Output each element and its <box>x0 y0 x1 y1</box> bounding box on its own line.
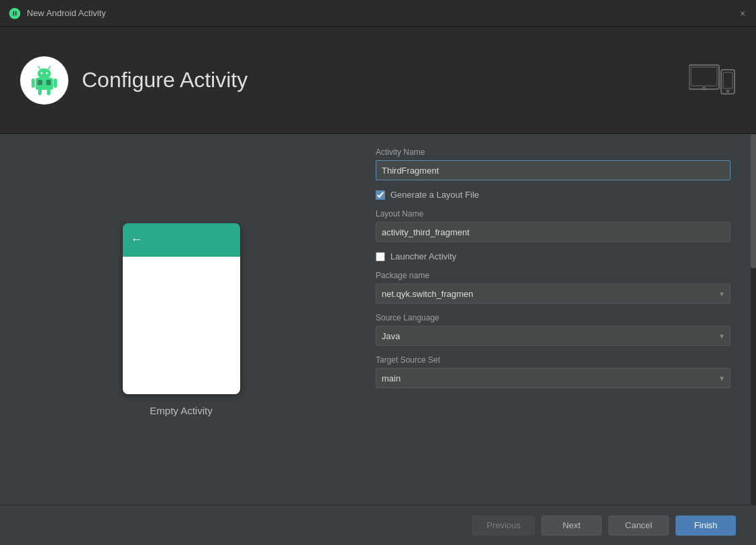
layout-name-group: Layout Name <box>376 209 731 242</box>
phone-preview-body <box>123 257 240 394</box>
cancel-button[interactable]: Cancel <box>608 516 669 536</box>
target-source-set-wrapper: main ▼ <box>376 368 731 388</box>
title-bar-left: New Android Activity <box>8 7 106 20</box>
target-source-set-label: Target Source Set <box>376 355 731 365</box>
target-source-set-group: Target Source Set main ▼ <box>376 355 731 388</box>
right-panel: Activity Name Generate a Layout File Lay… <box>362 134 751 505</box>
generate-layout-checkbox[interactable] <box>376 190 385 200</box>
scrollbar-thumb[interactable] <box>751 134 756 268</box>
window-title: New Android Activity <box>27 8 106 18</box>
source-language-label: Source Language <box>376 313 731 322</box>
layout-name-label: Layout Name <box>376 209 731 219</box>
phone-preview: ← <box>123 223 240 394</box>
layout-name-input[interactable] <box>376 222 731 242</box>
scrollbar-track[interactable] <box>751 134 756 505</box>
svg-rect-11 <box>47 88 50 95</box>
launcher-activity-row: Launcher Activity <box>376 251 731 261</box>
source-language-wrapper: Java Kotlin ▼ <box>376 326 731 346</box>
android-logo <box>20 56 68 105</box>
activity-name-label: Activity Name <box>376 147 731 157</box>
svg-point-5 <box>46 72 48 74</box>
previous-button[interactable]: Previous <box>472 516 535 536</box>
devices-icon <box>689 62 736 99</box>
svg-point-4 <box>41 72 43 74</box>
generate-layout-row: Generate a Layout File <box>376 190 731 200</box>
target-source-set-select[interactable]: main <box>376 368 731 388</box>
device-icons <box>689 62 736 99</box>
finish-button[interactable]: Finish <box>676 516 736 536</box>
svg-rect-12 <box>38 80 42 85</box>
activity-name-input[interactable] <box>376 160 731 180</box>
title-bar: New Android Activity × <box>0 0 756 27</box>
package-name-label: Package name <box>376 271 731 280</box>
package-name-select[interactable]: net.qyk.switch_fragmen <box>376 284 731 304</box>
svg-rect-8 <box>32 78 35 88</box>
android-logo-svg <box>27 63 62 98</box>
page-title: Configure Activity <box>82 68 248 93</box>
svg-rect-18 <box>723 72 733 88</box>
header-left: Configure Activity <box>20 56 248 105</box>
svg-rect-13 <box>46 80 51 85</box>
svg-rect-10 <box>38 88 42 95</box>
back-arrow-icon: ← <box>131 233 143 247</box>
phone-preview-header: ← <box>123 223 240 257</box>
activity-name-group: Activity Name <box>376 147 731 180</box>
package-name-wrapper: net.qyk.switch_fragmen ▼ <box>376 284 731 304</box>
source-language-select[interactable]: Java Kotlin <box>376 326 731 346</box>
launcher-activity-label: Launcher Activity <box>390 251 456 261</box>
close-button[interactable]: × <box>737 8 748 19</box>
activity-type-label: Empty Activity <box>150 405 212 416</box>
svg-point-3 <box>38 68 51 79</box>
left-panel: ← Empty Activity <box>0 134 362 505</box>
source-language-group: Source Language Java Kotlin ▼ <box>376 313 731 346</box>
svg-point-19 <box>727 90 729 93</box>
main-content: ← Empty Activity Activity Name Generate … <box>0 134 756 505</box>
launcher-activity-checkbox[interactable] <box>376 252 385 261</box>
generate-layout-label: Generate a Layout File <box>390 190 479 200</box>
android-title-icon <box>8 7 21 20</box>
bottom-bar: Previous Next Cancel Finish <box>0 505 756 545</box>
next-button[interactable]: Next <box>541 516 602 536</box>
svg-rect-15 <box>691 67 717 86</box>
package-name-group: Package name net.qyk.switch_fragmen ▼ <box>376 271 731 304</box>
header-section: Configure Activity <box>0 27 756 134</box>
svg-rect-9 <box>54 78 57 88</box>
